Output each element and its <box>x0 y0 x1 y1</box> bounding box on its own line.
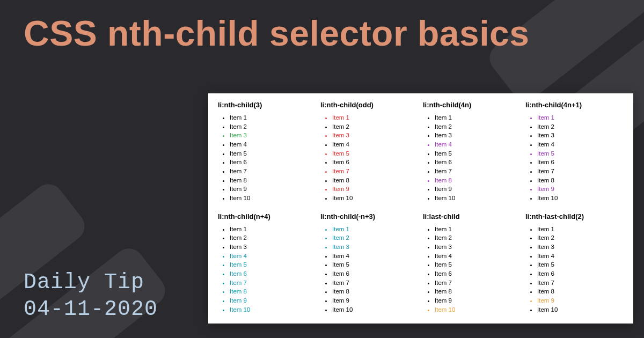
footer-label: Daily Tip <box>24 269 158 296</box>
list-item: Item 6 <box>435 158 521 167</box>
list-item: Item 6 <box>537 158 624 167</box>
list-item: Item 4 <box>230 252 316 261</box>
list-item: Item 4 <box>332 252 419 261</box>
list-item: Item 8 <box>332 176 419 185</box>
item-list: Item 1Item 2Item 3Item 4Item 5Item 6Item… <box>525 225 624 314</box>
list-item: Item 6 <box>435 269 521 278</box>
list-item: Item 7 <box>230 167 316 176</box>
list-item: Item 7 <box>332 167 419 176</box>
list-item: Item 7 <box>435 167 521 176</box>
column-heading: li:nth-child(3) <box>218 101 316 109</box>
list-item: Item 10 <box>537 194 624 203</box>
list-item: Item 5 <box>537 149 624 158</box>
list-item: Item 1 <box>230 113 316 122</box>
list-item: Item 7 <box>230 278 316 288</box>
list-item: Item 2 <box>435 122 521 131</box>
list-item: Item 5 <box>332 260 419 269</box>
list-item: Item 1 <box>435 113 521 122</box>
list-item: Item 8 <box>537 287 624 296</box>
list-item: Item 4 <box>435 140 521 149</box>
list-item: Item 2 <box>537 122 624 131</box>
list-item: Item 7 <box>435 278 521 288</box>
list-item: Item 3 <box>435 243 521 252</box>
list-item: Item 9 <box>332 185 419 194</box>
list-item: Item 2 <box>332 233 419 243</box>
column-heading: li:nth-child(-n+3) <box>320 212 419 221</box>
list-item: Item 6 <box>332 158 419 167</box>
list-item: Item 2 <box>537 233 624 243</box>
list-item: Item 4 <box>537 252 624 261</box>
list-item: Item 10 <box>230 305 316 314</box>
list-item: Item 9 <box>537 185 624 194</box>
list-item: Item 6 <box>537 269 624 278</box>
list-item: Item 10 <box>435 305 521 314</box>
column-heading: li:last-child <box>423 212 521 221</box>
column-heading: li:nth-child(4n+1) <box>525 101 624 109</box>
item-list: Item 1Item 2Item 3Item 4Item 5Item 6Item… <box>218 113 316 203</box>
list-item: Item 1 <box>435 225 521 234</box>
example-column: li:nth-last-child(2)Item 1Item 2Item 3It… <box>525 212 624 314</box>
list-item: Item 9 <box>230 296 316 305</box>
column-heading: li:nth-child(odd) <box>320 101 419 109</box>
list-item: Item 1 <box>332 113 419 122</box>
item-list: Item 1Item 2Item 3Item 4Item 5Item 6Item… <box>525 113 624 203</box>
example-column: li:nth-child(n+4)Item 1Item 2Item 3Item … <box>218 212 316 314</box>
list-item: Item 2 <box>332 122 419 131</box>
list-item: Item 8 <box>332 287 419 296</box>
list-item: Item 8 <box>230 176 316 185</box>
list-item: Item 1 <box>537 113 624 122</box>
list-item: Item 5 <box>230 149 316 158</box>
list-item: Item 4 <box>435 252 521 261</box>
list-item: Item 5 <box>230 260 316 269</box>
list-item: Item 1 <box>332 225 419 234</box>
list-item: Item 6 <box>230 158 316 167</box>
list-item: Item 9 <box>435 185 521 194</box>
list-item: Item 3 <box>435 131 521 140</box>
example-column: li:nth-child(odd)Item 1Item 2Item 3Item … <box>320 101 419 203</box>
footer: Daily Tip 04-11-2020 <box>24 269 158 323</box>
item-list: Item 1Item 2Item 3Item 4Item 5Item 6Item… <box>320 225 419 314</box>
list-item: Item 9 <box>332 296 419 305</box>
list-item: Item 10 <box>537 305 624 314</box>
example-column: li:nth-child(4n)Item 1Item 2Item 3Item 4… <box>423 101 521 203</box>
item-list: Item 1Item 2Item 3Item 4Item 5Item 6Item… <box>423 225 521 314</box>
list-item: Item 6 <box>230 269 316 278</box>
example-column: li:nth-child(4n+1)Item 1Item 2Item 3Item… <box>525 101 624 203</box>
list-item: Item 2 <box>230 233 316 243</box>
list-item: Item 5 <box>435 149 521 158</box>
item-list: Item 1Item 2Item 3Item 4Item 5Item 6Item… <box>423 113 521 203</box>
list-item: Item 9 <box>435 296 521 305</box>
list-item: Item 9 <box>230 185 316 194</box>
list-item: Item 1 <box>230 225 316 234</box>
list-item: Item 5 <box>537 260 624 269</box>
list-item: Item 4 <box>230 140 316 149</box>
list-item: Item 5 <box>435 260 521 269</box>
list-item: Item 5 <box>332 149 419 158</box>
list-item: Item 4 <box>537 140 624 149</box>
list-item: Item 8 <box>435 287 521 296</box>
list-item: Item 10 <box>230 194 316 203</box>
list-item: Item 4 <box>332 140 419 149</box>
list-item: Item 3 <box>230 243 316 252</box>
item-list: Item 1Item 2Item 3Item 4Item 5Item 6Item… <box>218 225 316 314</box>
list-item: Item 7 <box>332 278 419 288</box>
list-item: Item 7 <box>537 167 624 176</box>
example-card: li:nth-child(3)Item 1Item 2Item 3Item 4I… <box>208 93 633 324</box>
list-item: Item 8 <box>435 176 521 185</box>
footer-date: 04-11-2020 <box>24 296 158 323</box>
list-item: Item 2 <box>435 233 521 243</box>
page-title: CSS nth-child selector basics <box>24 14 529 54</box>
list-item: Item 3 <box>537 243 624 252</box>
list-item: Item 3 <box>230 131 316 140</box>
list-item: Item 10 <box>435 194 521 203</box>
example-column: li:last-childItem 1Item 2Item 3Item 4Ite… <box>423 212 521 314</box>
list-item: Item 3 <box>332 243 419 252</box>
list-item: Item 8 <box>230 287 316 296</box>
example-column: li:nth-child(-n+3)Item 1Item 2Item 3Item… <box>320 212 419 314</box>
list-item: Item 10 <box>332 194 419 203</box>
list-item: Item 6 <box>332 269 419 278</box>
list-item: Item 3 <box>537 131 624 140</box>
list-item: Item 10 <box>332 305 419 314</box>
list-item: Item 8 <box>537 176 624 185</box>
example-column: li:nth-child(3)Item 1Item 2Item 3Item 4I… <box>218 101 316 203</box>
